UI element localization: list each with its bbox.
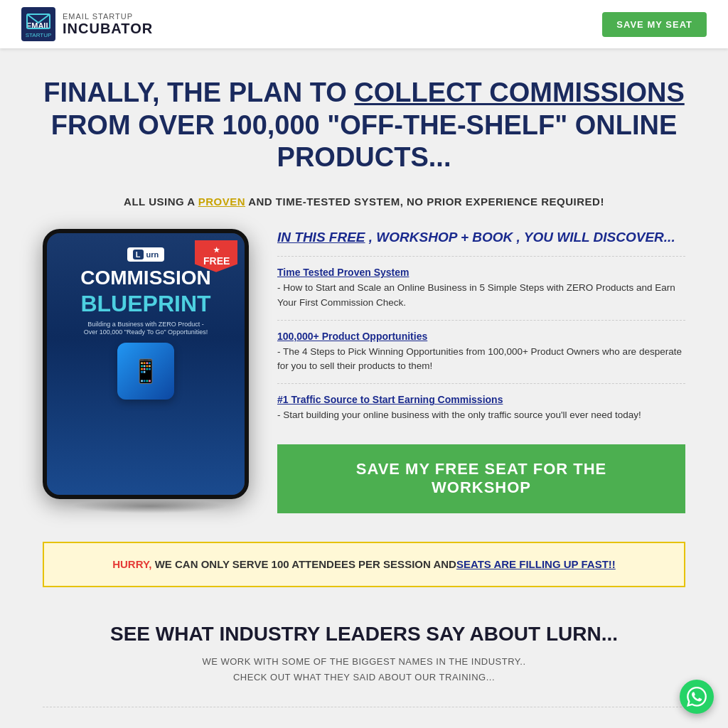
nav-cta-button[interactable]: SAVE MY SEAT [602, 12, 707, 37]
discovery-heading-free: IN THIS FREE [277, 230, 365, 245]
discovery-item-3: #1 Traffic Source to Start Earning Commi… [277, 383, 685, 432]
discovery-section: IN THIS FREE , WORKSHOP + BOOK , YOU WIL… [277, 229, 685, 513]
tablet-screen: L urn COMMISSION BLUEPRINT Building a Bu… [47, 233, 245, 495]
subheading-before: ALL USING A [124, 196, 198, 208]
cta-main-button[interactable]: SAVE MY FREE SEAT FOR THE WORKSHOP [277, 444, 685, 513]
industry-subtitle: WE WORK WITH SOME OF THE BIGGEST NAMES I… [43, 654, 685, 685]
industry-title: SEE WHAT INDUSTRY LEADERS SAY ABOUT LURN… [43, 623, 685, 646]
bottom-divider [43, 707, 685, 707]
hero-heading: FINALLY, THE PLAN TO COLLECT COMMISSIONS… [0, 48, 728, 188]
tablet-mockup: L urn COMMISSION BLUEPRINT Building a Bu… [43, 229, 249, 499]
tablet-logo: L urn [127, 247, 164, 262]
subheading-proven: PROVEN [198, 196, 245, 208]
product-image-wrap: L urn COMMISSION BLUEPRINT Building a Bu… [43, 229, 256, 513]
navbar: EMAIL STARTUP EMAIL STARTUP INCUBATOR SA… [0, 0, 728, 48]
discovery-item-2: 100,000+ Product Opportunities - The 4 S… [277, 320, 685, 384]
logo: EMAIL STARTUP EMAIL STARTUP INCUBATOR [21, 7, 153, 41]
urgency-box: HURRY, WE CAN ONLY SERVE 100 ATTENDEES P… [43, 542, 685, 587]
hero-title-pre: FINALLY, THE PLAN TO [43, 77, 354, 107]
urgency-text: HURRY, WE CAN ONLY SERVE 100 ATTENDEES P… [58, 556, 670, 573]
whatsapp-icon [687, 687, 707, 707]
discovery-item-3-text: - Start building your online business wi… [277, 408, 685, 422]
discovery-item-1-title: Time Tested Proven System [277, 267, 685, 278]
industry-subtitle-line1: WE WORK WITH SOME OF THE BIGGEST NAMES I… [202, 656, 525, 667]
subheading: ALL USING A PROVEN AND TIME-TESTED SYSTE… [0, 188, 728, 222]
cta-line1: SAVE MY FREE SEAT FOR THE [356, 460, 607, 478]
logo-top-text: EMAIL STARTUP [63, 12, 153, 21]
discovery-item-2-text: - The 4 Steps to Pick Winning Opportunit… [277, 345, 685, 374]
logo-bottom-text: INCUBATOR [63, 21, 153, 36]
free-badge-text: FREE [203, 255, 230, 267]
logo-text: EMAIL STARTUP INCUBATOR [63, 12, 153, 36]
cta-button-wrap: SAVE MY FREE SEAT FOR THE WORKSHOP [277, 444, 685, 513]
hero-title-underline: COLLECT COMMISSIONS [354, 77, 684, 107]
discovery-heading: IN THIS FREE , WORKSHOP + BOOK , YOU WIL… [277, 229, 685, 247]
svg-text:STARTUP: STARTUP [26, 32, 52, 38]
tablet-logo-l: L [133, 250, 144, 259]
industry-subtitle-line2: CHECK OUT WHAT THEY SAID ABOUT OUR TRAIN… [233, 672, 495, 682]
discovery-item-1-text: - How to Start and Scale an Online Busin… [277, 281, 685, 310]
tablet-logo-text: urn [146, 250, 159, 259]
cta-line2: WORKSHOP [432, 478, 531, 496]
discovery-item-1: Time Tested Proven System - How to Start… [277, 256, 685, 320]
tablet-subtitle-line1: Building a Business with ZERO Product - [87, 321, 204, 328]
tablet-title: COMMISSION [80, 267, 211, 289]
tablet-phone-graphic: 📱 [117, 343, 174, 400]
urgency-main: WE CAN ONLY SERVE 100 ATTENDEES PER SESS… [151, 558, 456, 570]
urgency-hurry: HURRY, [112, 558, 151, 570]
tablet-shadow [71, 499, 228, 513]
discovery-heading-rest: , WORKSHOP + BOOK , YOU WILL DISCOVER... [365, 230, 675, 245]
discovery-item-2-title: 100,000+ Product Opportunities [277, 331, 685, 342]
hero-title-post: FROM OVER 100,000 "OFF-THE-SHELF" ONLINE… [51, 110, 678, 173]
industry-section: SEE WHAT INDUSTRY LEADERS SAY ABOUT LURN… [0, 601, 728, 692]
discovery-item-3-title: #1 Traffic Source to Start Earning Commi… [277, 394, 685, 405]
urgency-seats: SEATS ARE FILLING UP FAST!! [456, 558, 616, 570]
free-badge-star: ★ [203, 246, 229, 254]
subheading-after: AND TIME-TESTED SYSTEM, NO PRIOR EXPERIE… [245, 196, 604, 208]
tablet-subtitle: Building a Business with ZERO Product - … [84, 321, 208, 337]
whatsapp-button[interactable] [680, 680, 714, 714]
hero-title: FINALLY, THE PLAN TO COLLECT COMMISSIONS… [43, 77, 685, 174]
tablet-title-blue: BLUEPRINT [80, 292, 210, 315]
logo-icon: EMAIL STARTUP [21, 7, 55, 41]
tablet-subtitle-line2: Over 100,000 "Ready To Go" Opportunities… [84, 328, 208, 336]
content-section: L urn COMMISSION BLUEPRINT Building a Bu… [0, 222, 728, 535]
